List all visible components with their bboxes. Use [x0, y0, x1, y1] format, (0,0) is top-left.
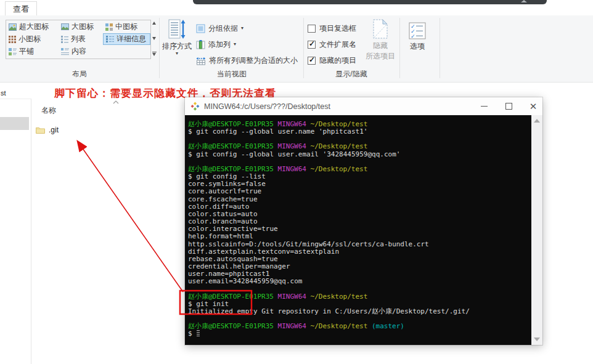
view-list-label: 列表: [71, 34, 86, 44]
view-medium-icons-label: 中图标: [115, 22, 137, 32]
options-icon: ✓✓✓: [408, 22, 427, 40]
hidden-items-checkbox: ✓: [308, 57, 316, 65]
pane-divider: [31, 99, 31, 364]
terminal-title: MINGW64:/c/Users/???/Desktop/test: [204, 102, 330, 111]
large-icons-icon: [61, 23, 69, 30]
view-medium-icons[interactable]: 中图标: [103, 21, 150, 33]
hide-selected-items-button[interactable]: 隐藏 所选项目: [361, 18, 399, 62]
column-header-name[interactable]: 名称: [41, 105, 56, 116]
size-all-columns-button[interactable]: 将所有列调整为合适的大小: [196, 55, 298, 66]
svg-text:✓: ✓: [411, 33, 415, 39]
hide-selected-items-icon: [372, 18, 389, 39]
terminal-titlebar[interactable]: MINGW64:/c/Users/???/Desktop/test ✕: [185, 97, 542, 115]
checkbox-file-extensions[interactable]: ✓ 文件扩展名: [308, 39, 356, 50]
sort-ascending-icon: [113, 100, 119, 104]
details-icon: [106, 36, 114, 42]
ribbon: 超大图标 大图标 中图标 小图标 列表 详细信息 平铺 内容: [0, 15, 593, 83]
background-window-top-bar: [193, 0, 547, 4]
view-details-label: 详细信息: [117, 34, 146, 44]
annotation-arrow: [78, 142, 183, 292]
group-label-layout: 布局: [0, 69, 159, 79]
nav-tree-partial-text[interactable]: st: [1, 89, 6, 97]
add-columns-label: 添加列: [208, 39, 231, 50]
file-extensions-checkbox: ✓: [308, 41, 316, 49]
view-extra-large-icons-label: 超大图标: [19, 22, 49, 32]
list-icon: [61, 36, 68, 43]
view-tiles-label: 平铺: [19, 46, 34, 57]
view-small-icons[interactable]: 小图标: [6, 33, 59, 45]
file-extensions-label: 文件扩展名: [319, 39, 356, 50]
mingw64-app-icon: [190, 102, 200, 111]
tab-view[interactable]: 查看: [5, 1, 37, 16]
size-all-columns-icon: [196, 56, 206, 65]
content-icon: [61, 48, 69, 55]
medium-icons-icon: [105, 23, 113, 31]
group-separator: [159, 18, 160, 78]
maximize-button[interactable]: [504, 102, 513, 111]
checkbox-item-checkboxes[interactable]: 项目复选框: [308, 23, 356, 34]
view-content[interactable]: 内容: [59, 46, 103, 57]
tab-view-label: 查看: [13, 4, 29, 15]
nav-selected-item[interactable]: [0, 117, 29, 130]
hidden-items-label: 隐藏的项目: [319, 55, 356, 66]
scroll-up-icon[interactable]: [534, 119, 540, 123]
gallery-more-icon[interactable]: [152, 52, 157, 56]
view-large-icons[interactable]: 大图标: [59, 21, 103, 33]
view-content-label: 内容: [72, 46, 86, 57]
group-by-label: 分组依据: [208, 23, 238, 34]
view-large-icons-label: 大图标: [72, 22, 94, 32]
mintty-terminal-window: MINGW64:/c/Users/???/Desktop/test ✕ 赵小康@…: [185, 97, 542, 345]
terminal-scrollbar[interactable]: [531, 115, 542, 345]
terminal-output[interactable]: 赵小康@DESKTOP-E01PR35 MINGW64 ~/Desktop/te…: [185, 115, 531, 345]
view-extra-large-icons[interactable]: 超大图标: [6, 21, 59, 33]
scroll-down-icon[interactable]: [534, 338, 540, 341]
group-by-icon: [196, 24, 205, 33]
small-icons-icon: [9, 36, 16, 43]
group-separator: [440, 18, 440, 78]
file-name-label: .git: [49, 126, 59, 134]
folder-icon: [36, 126, 45, 134]
item-checkboxes-label: 项目复选框: [319, 23, 356, 34]
view-list[interactable]: 列表: [59, 33, 103, 45]
add-columns-caret-icon: ▾: [234, 42, 236, 46]
sort-by-icon: [168, 19, 186, 40]
add-columns-icon: [196, 40, 205, 49]
group-by-button[interactable]: 分组依据 ▾: [196, 23, 243, 34]
group-label-current-view: 当前视图: [160, 69, 303, 79]
layout-gallery: 超大图标 大图标 中图标 小图标 列表 详细信息 平铺 内容: [6, 20, 151, 59]
size-all-columns-label: 将所有列调整为合适的大小: [209, 55, 298, 66]
add-columns-button[interactable]: 添加列 ▾: [196, 39, 236, 50]
minimize-button[interactable]: [480, 102, 488, 111]
close-button[interactable]: ✕: [529, 102, 538, 111]
file-row-git[interactable]: .git: [36, 124, 159, 135]
gallery-scroll-up-icon[interactable]: [152, 22, 156, 25]
group-by-caret-icon: ▾: [241, 26, 243, 30]
gallery-spinner: [150, 20, 158, 58]
group-separator: [399, 18, 400, 78]
item-checkboxes-checkbox: [308, 25, 316, 33]
checkbox-hidden-items[interactable]: ✓ 隐藏的项目: [308, 55, 356, 66]
group-label-show-hide: 显示/隐藏: [305, 69, 398, 79]
sort-by-button[interactable]: 排序方式 ▾: [161, 19, 193, 55]
view-details[interactable]: 详细信息: [103, 33, 150, 45]
hide-selected-label-line2: 所选项目: [366, 51, 395, 62]
gallery-scroll-down-icon[interactable]: [152, 37, 156, 40]
view-small-icons-label: 小图标: [18, 34, 41, 44]
sort-by-caret-icon: ▾: [176, 52, 178, 55]
group-separator: [303, 18, 304, 78]
view-tiles[interactable]: 平铺: [6, 46, 59, 57]
extra-large-icons-icon: [9, 23, 17, 31]
tiles-icon: [9, 48, 17, 55]
options-button[interactable]: ✓✓✓ 选项: [403, 22, 432, 52]
hide-selected-label-line1: 隐藏: [373, 41, 388, 51]
options-label: 选项: [410, 41, 425, 52]
nav-divider: [0, 99, 31, 99]
